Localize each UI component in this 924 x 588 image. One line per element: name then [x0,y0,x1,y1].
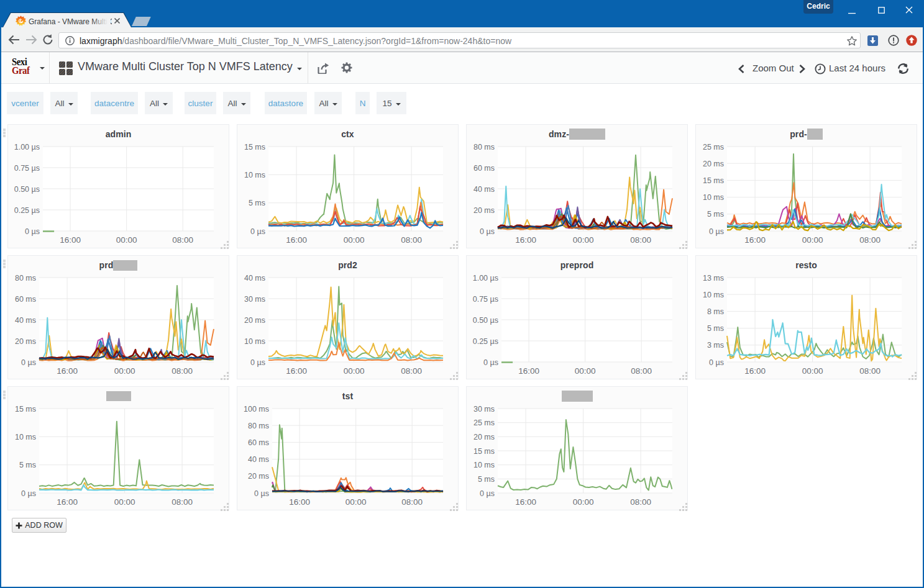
svg-text:16:00: 16:00 [515,235,536,245]
svg-text:20 ms: 20 ms [473,206,495,215]
svg-text:08:00: 08:00 [630,497,651,507]
svg-text:0.50 µs: 0.50 µs [14,185,40,194]
svg-text:80 ms: 80 ms [473,143,495,152]
svg-text:00:00: 00:00 [116,235,137,245]
svg-text:00:00: 00:00 [344,366,365,376]
svg-text:5 ms: 5 ms [707,210,724,219]
svg-text:0.75 µs: 0.75 µs [14,164,40,173]
svg-text:0 µs: 0 µs [709,227,724,236]
svg-text:5 ms: 5 ms [249,199,265,207]
svg-text:0 µs: 0 µs [480,227,495,236]
svg-text:00:00: 00:00 [114,366,135,376]
svg-text:08:00: 08:00 [630,235,651,245]
svg-text:08:00: 08:00 [401,235,422,245]
svg-text:0 µs: 0 µs [25,227,40,236]
svg-text:80 ms: 80 ms [248,422,269,430]
svg-text:15 ms: 15 ms [473,447,495,456]
svg-text:16:00: 16:00 [60,235,81,245]
svg-text:5 ms: 5 ms [19,461,36,469]
svg-text:00:00: 00:00 [573,235,594,245]
svg-text:40 ms: 40 ms [473,185,495,194]
svg-text:40 ms: 40 ms [15,316,36,325]
svg-text:0.75 µs: 0.75 µs [473,295,498,304]
svg-text:60 ms: 60 ms [473,164,495,173]
svg-text:16:00: 16:00 [744,235,766,245]
svg-text:0 µs: 0 µs [250,227,265,236]
svg-text:15 ms: 15 ms [244,143,265,152]
svg-text:25 ms: 25 ms [473,418,495,427]
svg-text:08:00: 08:00 [631,366,652,376]
svg-text:00:00: 00:00 [345,497,367,507]
svg-text:20 ms: 20 ms [244,316,265,325]
svg-text:08:00: 08:00 [172,366,193,376]
svg-text:0 µs: 0 µs [21,489,36,498]
svg-text:0.50 µs: 0.50 µs [473,316,498,325]
svg-text:0 µs: 0 µs [250,358,265,367]
svg-text:16:00: 16:00 [57,366,78,376]
svg-text:00:00: 00:00 [114,497,135,507]
svg-text:60 ms: 60 ms [248,438,269,447]
svg-text:08:00: 08:00 [859,235,881,245]
svg-text:10 ms: 10 ms [15,433,36,441]
svg-text:5 ms: 5 ms [478,475,495,484]
svg-text:10 ms: 10 ms [473,461,495,469]
svg-text:40 ms: 40 ms [244,274,265,283]
svg-text:10 ms: 10 ms [703,193,724,202]
svg-text:20 ms: 20 ms [703,160,724,168]
svg-text:15 ms: 15 ms [15,405,36,414]
svg-text:0 µs: 0 µs [254,489,269,498]
svg-text:08:00: 08:00 [401,497,423,507]
svg-text:30 ms: 30 ms [244,295,265,304]
svg-text:0 µs: 0 µs [483,358,498,367]
svg-text:13 ms: 13 ms [703,274,724,283]
svg-text:16:00: 16:00 [518,366,539,376]
svg-text:10 ms: 10 ms [244,171,265,179]
svg-text:30 ms: 30 ms [473,405,495,414]
svg-text:08:00: 08:00 [172,497,193,507]
svg-text:10 ms: 10 ms [244,337,265,346]
svg-text:08:00: 08:00 [401,366,422,376]
svg-text:8 ms: 8 ms [707,307,724,316]
svg-text:00:00: 00:00 [575,366,596,376]
svg-text:10 ms: 10 ms [703,291,724,299]
svg-text:00:00: 00:00 [573,497,594,507]
svg-text:20 ms: 20 ms [15,337,36,346]
svg-text:0 µs: 0 µs [709,358,724,367]
svg-text:08:00: 08:00 [859,366,881,376]
svg-text:16:00: 16:00 [286,366,307,376]
svg-text:0.25 µs: 0.25 µs [14,206,40,215]
svg-text:20 ms: 20 ms [473,433,495,441]
svg-text:60 ms: 60 ms [15,295,36,304]
svg-text:25 ms: 25 ms [703,143,724,152]
svg-text:00:00: 00:00 [802,235,823,245]
svg-text:16:00: 16:00 [289,497,310,507]
svg-text:100 ms: 100 ms [244,405,269,414]
svg-text:00:00: 00:00 [344,235,365,245]
svg-text:16:00: 16:00 [515,497,536,507]
svg-text:16:00: 16:00 [286,235,307,245]
svg-text:20 ms: 20 ms [248,472,269,481]
svg-text:0 µs: 0 µs [21,358,36,367]
svg-text:5 ms: 5 ms [707,324,724,333]
svg-text:0 µs: 0 µs [480,489,495,498]
svg-text:1.00 µs: 1.00 µs [473,274,498,283]
svg-text:08:00: 08:00 [172,235,193,245]
svg-text:80 ms: 80 ms [15,274,36,283]
svg-text:16:00: 16:00 [57,497,78,507]
svg-text:0.25 µs: 0.25 µs [473,337,498,346]
svg-text:16:00: 16:00 [744,366,766,376]
svg-text:15 ms: 15 ms [703,176,724,185]
svg-text:3 ms: 3 ms [707,341,724,350]
svg-text:1.00 µs: 1.00 µs [14,143,40,152]
svg-text:00:00: 00:00 [802,366,823,376]
svg-text:40 ms: 40 ms [248,455,269,464]
